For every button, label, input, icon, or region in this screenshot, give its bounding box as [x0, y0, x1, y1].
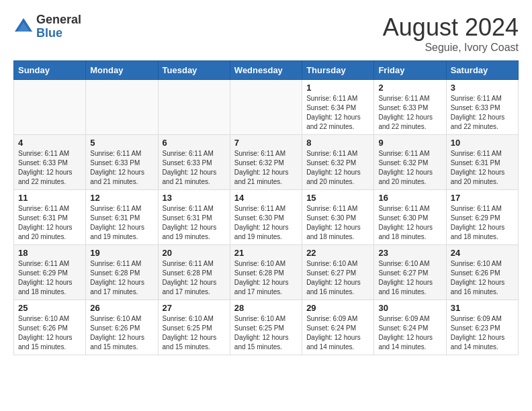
- calendar-cell: 31Sunrise: 6:09 AM Sunset: 6:23 PM Dayli…: [446, 300, 518, 355]
- day-info: Sunrise: 6:11 AM Sunset: 6:33 PM Dayligh…: [90, 149, 153, 187]
- logo-blue-text: Blue: [36, 27, 81, 40]
- day-info: Sunrise: 6:11 AM Sunset: 6:30 PM Dayligh…: [378, 204, 441, 242]
- calendar-cell: 3Sunrise: 6:11 AM Sunset: 6:33 PM Daylig…: [446, 80, 518, 135]
- day-header-saturday: Saturday: [446, 61, 518, 80]
- day-number: 9: [378, 138, 441, 148]
- calendar-cell: 19Sunrise: 6:11 AM Sunset: 6:28 PM Dayli…: [86, 245, 158, 300]
- day-number: 1: [306, 83, 369, 93]
- day-number: 20: [163, 248, 226, 258]
- day-info: Sunrise: 6:10 AM Sunset: 6:25 PM Dayligh…: [163, 314, 226, 352]
- day-info: Sunrise: 6:11 AM Sunset: 6:28 PM Dayligh…: [90, 259, 153, 297]
- calendar-cell: 8Sunrise: 6:11 AM Sunset: 6:32 PM Daylig…: [302, 135, 374, 190]
- week-row-3: 11Sunrise: 6:11 AM Sunset: 6:31 PM Dayli…: [14, 190, 519, 245]
- day-number: 24: [451, 248, 514, 258]
- day-info: Sunrise: 6:11 AM Sunset: 6:33 PM Dayligh…: [378, 94, 441, 132]
- calendar-cell: 27Sunrise: 6:10 AM Sunset: 6:25 PM Dayli…: [158, 300, 230, 355]
- day-info: Sunrise: 6:11 AM Sunset: 6:30 PM Dayligh…: [234, 204, 298, 242]
- calendar-cell: 9Sunrise: 6:11 AM Sunset: 6:32 PM Daylig…: [374, 135, 446, 190]
- day-number: 8: [306, 138, 369, 148]
- calendar-cell: 24Sunrise: 6:10 AM Sunset: 6:26 PM Dayli…: [446, 245, 518, 300]
- calendar-cell: 5Sunrise: 6:11 AM Sunset: 6:33 PM Daylig…: [86, 135, 158, 190]
- calendar-cell: 6Sunrise: 6:11 AM Sunset: 6:33 PM Daylig…: [158, 135, 230, 190]
- week-row-1: 1Sunrise: 6:11 AM Sunset: 6:34 PM Daylig…: [14, 80, 519, 135]
- location: Seguie, Ivory Coast: [383, 42, 519, 54]
- calendar-cell: 13Sunrise: 6:11 AM Sunset: 6:31 PM Dayli…: [158, 190, 230, 245]
- day-number: 23: [378, 248, 441, 258]
- day-number: 25: [18, 303, 81, 313]
- day-info: Sunrise: 6:11 AM Sunset: 6:32 PM Dayligh…: [234, 149, 298, 187]
- calendar-cell: [230, 80, 302, 135]
- calendar-cell: [14, 80, 86, 135]
- day-info: Sunrise: 6:11 AM Sunset: 6:31 PM Dayligh…: [451, 149, 514, 187]
- day-info: Sunrise: 6:10 AM Sunset: 6:26 PM Dayligh…: [90, 314, 153, 352]
- day-info: Sunrise: 6:11 AM Sunset: 6:33 PM Dayligh…: [451, 94, 514, 132]
- day-number: 18: [18, 248, 81, 258]
- day-number: 7: [234, 138, 298, 148]
- calendar-cell: [158, 80, 230, 135]
- day-number: 28: [234, 303, 298, 313]
- week-row-4: 18Sunrise: 6:11 AM Sunset: 6:29 PM Dayli…: [14, 245, 519, 300]
- day-header-tuesday: Tuesday: [158, 61, 230, 80]
- calendar-cell: 7Sunrise: 6:11 AM Sunset: 6:32 PM Daylig…: [230, 135, 302, 190]
- calendar-cell: 16Sunrise: 6:11 AM Sunset: 6:30 PM Dayli…: [374, 190, 446, 245]
- calendar-cell: 4Sunrise: 6:11 AM Sunset: 6:33 PM Daylig…: [14, 135, 86, 190]
- day-info: Sunrise: 6:11 AM Sunset: 6:32 PM Dayligh…: [378, 149, 441, 187]
- day-info: Sunrise: 6:11 AM Sunset: 6:31 PM Dayligh…: [18, 204, 81, 242]
- day-number: 3: [451, 83, 514, 93]
- week-row-5: 25Sunrise: 6:10 AM Sunset: 6:26 PM Dayli…: [14, 300, 519, 355]
- day-number: 10: [451, 138, 514, 148]
- calendar-cell: 22Sunrise: 6:10 AM Sunset: 6:27 PM Dayli…: [302, 245, 374, 300]
- day-number: 26: [90, 303, 153, 313]
- day-info: Sunrise: 6:11 AM Sunset: 6:30 PM Dayligh…: [306, 204, 369, 242]
- day-header-sunday: Sunday: [14, 61, 86, 80]
- header: General Blue August 2024 Seguie, Ivory C…: [13, 13, 519, 54]
- calendar-cell: 14Sunrise: 6:11 AM Sunset: 6:30 PM Dayli…: [230, 190, 302, 245]
- day-number: 11: [18, 193, 81, 203]
- day-number: 4: [18, 138, 81, 148]
- day-number: 16: [378, 193, 441, 203]
- day-info: Sunrise: 6:09 AM Sunset: 6:23 PM Dayligh…: [451, 314, 514, 352]
- calendar-cell: 12Sunrise: 6:11 AM Sunset: 6:31 PM Dayli…: [86, 190, 158, 245]
- logo-icon: [13, 17, 34, 37]
- day-info: Sunrise: 6:11 AM Sunset: 6:31 PM Dayligh…: [90, 204, 153, 242]
- calendar-cell: 23Sunrise: 6:10 AM Sunset: 6:27 PM Dayli…: [374, 245, 446, 300]
- day-number: 2: [378, 83, 441, 93]
- calendar-cell: 21Sunrise: 6:10 AM Sunset: 6:28 PM Dayli…: [230, 245, 302, 300]
- day-number: 6: [163, 138, 226, 148]
- title-area: August 2024 Seguie, Ivory Coast: [383, 13, 519, 54]
- calendar-cell: [86, 80, 158, 135]
- day-number: 5: [90, 138, 153, 148]
- day-info: Sunrise: 6:11 AM Sunset: 6:28 PM Dayligh…: [163, 259, 226, 297]
- calendar-cell: 18Sunrise: 6:11 AM Sunset: 6:29 PM Dayli…: [14, 245, 86, 300]
- day-header-thursday: Thursday: [302, 61, 374, 80]
- week-row-2: 4Sunrise: 6:11 AM Sunset: 6:33 PM Daylig…: [14, 135, 519, 190]
- calendar-cell: 2Sunrise: 6:11 AM Sunset: 6:33 PM Daylig…: [374, 80, 446, 135]
- day-info: Sunrise: 6:11 AM Sunset: 6:34 PM Dayligh…: [306, 94, 369, 132]
- day-info: Sunrise: 6:11 AM Sunset: 6:31 PM Dayligh…: [163, 204, 226, 242]
- day-header-friday: Friday: [374, 61, 446, 80]
- day-number: 15: [306, 193, 369, 203]
- logo: General Blue: [13, 13, 81, 40]
- day-number: 14: [234, 193, 298, 203]
- day-number: 22: [306, 248, 369, 258]
- day-header-monday: Monday: [86, 61, 158, 80]
- day-number: 17: [451, 193, 514, 203]
- calendar-cell: 15Sunrise: 6:11 AM Sunset: 6:30 PM Dayli…: [302, 190, 374, 245]
- day-number: 21: [234, 248, 298, 258]
- calendar-cell: 30Sunrise: 6:09 AM Sunset: 6:24 PM Dayli…: [374, 300, 446, 355]
- calendar-cell: 11Sunrise: 6:11 AM Sunset: 6:31 PM Dayli…: [14, 190, 86, 245]
- day-info: Sunrise: 6:11 AM Sunset: 6:33 PM Dayligh…: [163, 149, 226, 187]
- logo-general-text: General: [36, 13, 81, 27]
- day-info: Sunrise: 6:11 AM Sunset: 6:33 PM Dayligh…: [18, 149, 81, 187]
- day-header-wednesday: Wednesday: [230, 61, 302, 80]
- day-info: Sunrise: 6:10 AM Sunset: 6:27 PM Dayligh…: [378, 259, 441, 297]
- day-number: 13: [163, 193, 226, 203]
- day-info: Sunrise: 6:10 AM Sunset: 6:26 PM Dayligh…: [18, 314, 81, 352]
- day-number: 31: [451, 303, 514, 313]
- calendar-cell: 1Sunrise: 6:11 AM Sunset: 6:34 PM Daylig…: [302, 80, 374, 135]
- day-number: 12: [90, 193, 153, 203]
- calendar-cell: 29Sunrise: 6:09 AM Sunset: 6:24 PM Dayli…: [302, 300, 374, 355]
- calendar-cell: 20Sunrise: 6:11 AM Sunset: 6:28 PM Dayli…: [158, 245, 230, 300]
- calendar-cell: 25Sunrise: 6:10 AM Sunset: 6:26 PM Dayli…: [14, 300, 86, 355]
- day-info: Sunrise: 6:11 AM Sunset: 6:29 PM Dayligh…: [18, 259, 81, 297]
